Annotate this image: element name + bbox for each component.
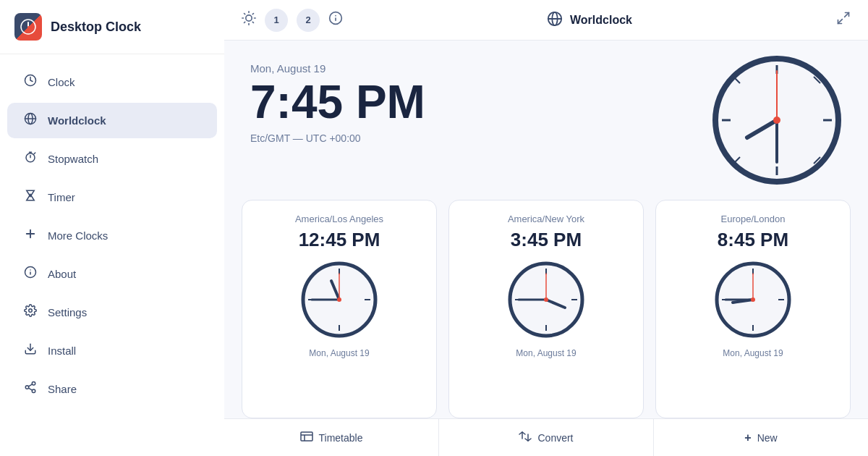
sidebar-item-stopwatch[interactable]: Stopwatch <box>7 141 217 177</box>
wc-date-ny: Mon, August 19 <box>516 348 576 358</box>
main-clock-date: Mon, August 19 <box>250 62 683 75</box>
more-clocks-icon <box>23 227 38 244</box>
app-icon <box>14 13 42 41</box>
new-plus-icon: + <box>744 431 751 444</box>
topbar-right <box>836 11 851 29</box>
share-icon <box>23 381 38 397</box>
svg-point-69 <box>544 297 548 302</box>
bottombar: Timetable Convert + New <box>224 418 868 456</box>
sidebar-item-install[interactable]: Install <box>7 333 217 368</box>
settings-icon <box>23 304 38 321</box>
app-title: Desktop Clock <box>51 20 141 35</box>
svg-line-21 <box>28 384 32 387</box>
brightness-icon[interactable] <box>242 11 256 29</box>
wc-zone-la: America/Los Angeles <box>295 214 383 224</box>
sidebar-stopwatch-label: Stopwatch <box>48 153 98 165</box>
sidebar-item-share[interactable]: Share <box>7 371 217 407</box>
svg-line-2 <box>28 27 31 28</box>
main-analog-clock <box>712 55 842 185</box>
world-card-la[interactable]: America/Los Angeles 12:45 PM Mon, August… <box>242 200 437 418</box>
topbar-left: 1 2 <box>242 9 343 32</box>
worldclock-icon <box>23 112 38 129</box>
sidebar-item-more-clocks[interactable]: More Clocks <box>7 218 217 253</box>
wc-time-london: 8:45 PM <box>718 229 788 251</box>
fullscreen-button[interactable] <box>836 14 851 28</box>
svg-point-22 <box>246 15 252 21</box>
wc-clock-london <box>713 260 793 339</box>
sidebar-about-label: About <box>48 268 76 280</box>
svg-point-51 <box>773 117 780 124</box>
new-label: New <box>757 432 778 444</box>
convert-icon <box>519 431 532 444</box>
topbar-btn-1[interactable]: 1 <box>265 9 288 32</box>
clock-info: Mon, August 19 7:45 PM Etc/GMT — UTC +00… <box>250 62 683 144</box>
wc-zone-london: Europe/London <box>721 214 786 224</box>
wc-date-london: Mon, August 19 <box>723 348 783 358</box>
clock-icon <box>23 74 38 90</box>
new-button[interactable]: + New <box>654 419 868 456</box>
sidebar-header: Desktop Clock <box>0 0 224 54</box>
svg-point-78 <box>751 297 755 302</box>
sidebar-settings-label: Settings <box>48 306 87 318</box>
about-icon <box>23 266 38 282</box>
wc-zone-ny: America/New York <box>508 214 584 224</box>
sidebar-item-worldclock[interactable]: Worldclock <box>7 103 217 138</box>
topbar-info-icon[interactable] <box>328 11 343 29</box>
svg-line-20 <box>28 388 32 390</box>
sidebar-clock-label: Clock <box>48 76 75 88</box>
sidebar-item-clock[interactable]: Clock <box>7 64 217 100</box>
clock-area: Mon, August 19 7:45 PM Etc/GMT — UTC +00… <box>224 41 868 200</box>
topbar-btn-2[interactable]: 2 <box>297 9 320 32</box>
sidebar-more-clocks-label: More Clocks <box>48 229 108 242</box>
topbar: 1 2 Worldclock <box>224 0 868 41</box>
svg-line-29 <box>244 22 245 22</box>
convert-label: Convert <box>537 432 573 444</box>
topbar-title: Worldclock <box>570 14 632 27</box>
world-card-london[interactable]: Europe/London 8:45 PM Mon, August 19 <box>655 200 851 418</box>
svg-line-25 <box>244 14 245 14</box>
sidebar-share-label: Share <box>48 383 77 395</box>
wc-time-ny: 3:45 PM <box>511 229 582 251</box>
sidebar-install-label: Install <box>48 345 76 357</box>
svg-line-30 <box>252 14 253 14</box>
timetable-button[interactable]: Timetable <box>224 419 439 456</box>
sidebar: Desktop Clock Clock Worldclock <box>0 0 224 456</box>
sidebar-worldclock-label: Worldclock <box>48 114 106 127</box>
svg-line-9 <box>34 153 35 154</box>
sidebar-item-about[interactable]: About <box>7 256 217 292</box>
topbar-globe-icon <box>547 11 563 30</box>
world-clocks-grid: America/Los Angeles 12:45 PM Mon, August… <box>224 200 868 418</box>
svg-line-26 <box>252 22 253 22</box>
wc-time-la: 12:45 PM <box>299 229 380 251</box>
svg-point-60 <box>337 297 341 302</box>
world-card-ny[interactable]: America/New York 3:45 PM Mon, August 19 <box>448 200 644 418</box>
timetable-label: Timetable <box>319 432 363 444</box>
sidebar-timer-label: Timer <box>48 191 75 203</box>
sidebar-item-timer[interactable]: Timer <box>7 180 217 215</box>
svg-point-15 <box>29 309 33 313</box>
topbar-center: Worldclock <box>354 11 825 30</box>
install-icon <box>23 342 38 359</box>
sidebar-nav: Clock Worldclock <box>0 54 224 456</box>
svg-line-37 <box>845 13 849 17</box>
convert-button[interactable]: Convert <box>439 419 654 456</box>
main-clock-timezone: Etc/GMT — UTC +00:00 <box>250 132 683 144</box>
timetable-icon <box>300 431 313 444</box>
main-content: 1 2 Worldclock <box>224 0 868 456</box>
stopwatch-icon <box>23 151 38 167</box>
svg-rect-79 <box>301 432 312 441</box>
wc-clock-ny <box>506 260 586 339</box>
timer-icon <box>23 189 38 206</box>
svg-line-38 <box>838 20 843 24</box>
main-clock-time: 7:45 PM <box>250 79 683 125</box>
wc-date-la: Mon, August 19 <box>309 348 369 358</box>
sidebar-item-settings[interactable]: Settings <box>7 295 217 330</box>
wc-clock-la <box>299 260 379 339</box>
